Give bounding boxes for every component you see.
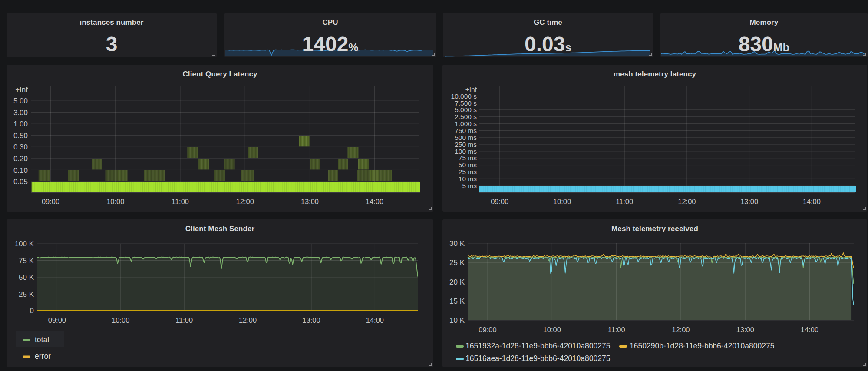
- svg-text:16516aea-1d28-11e9-bbb6-42010a: 16516aea-1d28-11e9-bbb6-42010a800275: [465, 354, 610, 363]
- svg-text:830Mb: 830Mb: [739, 33, 790, 56]
- svg-text:1650290b-1d28-11e9-bbb6-42010a: 1650290b-1d28-11e9-bbb6-42010a800275: [630, 341, 774, 350]
- svg-text:13:00: 13:00: [302, 316, 320, 324]
- svg-text:10 ms: 10 ms: [459, 175, 477, 182]
- svg-text:12:00: 12:00: [672, 326, 690, 334]
- svg-text:13:00: 13:00: [301, 198, 319, 205]
- svg-text:25 K: 25 K: [19, 290, 34, 298]
- svg-text:10:00: 10:00: [553, 198, 571, 205]
- svg-text:10:00: 10:00: [112, 316, 129, 324]
- svg-text:09:00: 09:00: [491, 198, 508, 205]
- svg-text:100 ms: 100 ms: [455, 148, 477, 155]
- svg-text:10:00: 10:00: [106, 198, 124, 205]
- svg-text:14:00: 14:00: [803, 198, 821, 205]
- svg-text:14:00: 14:00: [801, 326, 818, 334]
- svg-text:10.000 s: 10.000 s: [451, 93, 477, 100]
- svg-text:0.30: 0.30: [13, 143, 28, 151]
- svg-text:75 K: 75 K: [19, 257, 34, 265]
- svg-text:1.00: 1.00: [13, 120, 28, 128]
- svg-text:12:00: 12:00: [236, 198, 254, 205]
- svg-text:error: error: [35, 352, 51, 361]
- svg-text:09:00: 09:00: [48, 316, 66, 324]
- svg-text:3: 3: [106, 33, 118, 56]
- svg-text:+Inf: +Inf: [465, 86, 477, 93]
- svg-text:0.10: 0.10: [13, 166, 28, 175]
- svg-text:0.20: 0.20: [13, 155, 28, 163]
- svg-text:2.500 s: 2.500 s: [455, 113, 477, 120]
- svg-text:0.50: 0.50: [13, 132, 28, 140]
- svg-text:0.03s: 0.03s: [525, 33, 571, 56]
- svg-text:250 ms: 250 ms: [455, 141, 477, 148]
- svg-text:14:00: 14:00: [366, 316, 384, 324]
- svg-text:0.05: 0.05: [13, 178, 28, 186]
- svg-text:11:00: 11:00: [616, 198, 633, 205]
- svg-text:09:00: 09:00: [479, 326, 496, 334]
- svg-text:500 ms: 500 ms: [455, 134, 477, 141]
- svg-text:total: total: [35, 335, 49, 344]
- svg-text:12:00: 12:00: [678, 198, 696, 205]
- svg-text:10:00: 10:00: [543, 326, 561, 334]
- svg-text:13:00: 13:00: [740, 198, 758, 205]
- svg-text:09:00: 09:00: [42, 198, 59, 205]
- svg-text:30 K: 30 K: [449, 239, 465, 248]
- svg-text:5 ms: 5 ms: [462, 182, 477, 189]
- svg-text:15 K: 15 K: [449, 297, 465, 305]
- svg-text:25 ms: 25 ms: [459, 168, 477, 176]
- svg-text:14:00: 14:00: [366, 198, 383, 205]
- svg-text:+Inf: +Inf: [15, 86, 28, 94]
- svg-text:20 K: 20 K: [449, 278, 465, 286]
- svg-text:11:00: 11:00: [175, 316, 193, 324]
- svg-text:1651932a-1d28-11e9-bbb6-42010a: 1651932a-1d28-11e9-bbb6-42010a800275: [465, 341, 610, 350]
- svg-text:0: 0: [30, 307, 34, 315]
- svg-text:1402%: 1402%: [302, 33, 359, 56]
- svg-text:5.000 s: 5.000 s: [455, 106, 477, 113]
- svg-text:75 ms: 75 ms: [459, 154, 477, 162]
- svg-text:10 K: 10 K: [449, 316, 465, 325]
- svg-text:50 K: 50 K: [19, 273, 34, 282]
- svg-text:50 ms: 50 ms: [459, 161, 477, 169]
- svg-text:13:00: 13:00: [736, 326, 754, 334]
- svg-text:11:00: 11:00: [608, 326, 625, 334]
- svg-text:750 ms: 750 ms: [455, 127, 477, 134]
- svg-text:3.00: 3.00: [13, 109, 28, 117]
- svg-text:12:00: 12:00: [239, 316, 257, 324]
- svg-text:100 K: 100 K: [15, 240, 34, 248]
- svg-text:1.000 s: 1.000 s: [455, 120, 477, 127]
- svg-text:11:00: 11:00: [172, 198, 189, 205]
- svg-text:25 K: 25 K: [449, 258, 465, 267]
- svg-text:7.500 s: 7.500 s: [455, 99, 477, 107]
- svg-text:5.00: 5.00: [13, 97, 28, 105]
